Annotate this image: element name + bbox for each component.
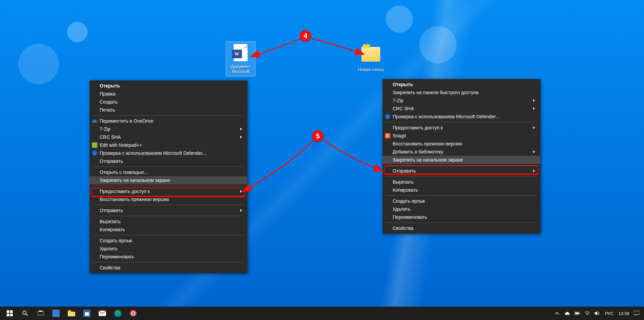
menu-copy[interactable]: Копировать (383, 186, 540, 194)
app-icon (52, 310, 60, 317)
svg-rect-7 (7, 310, 9, 313)
arrow-4-left (248, 36, 305, 62)
arrow-5-right (321, 137, 385, 174)
desktop-icon-word-doc[interactable]: W Документ Microsoft (226, 42, 255, 76)
arrow-5-left (241, 137, 318, 194)
menu-7zip[interactable]: 7-Zip (383, 97, 540, 105)
menu-notepadpp[interactable]: Edit with Notepad++ (90, 141, 247, 149)
menu-delete[interactable]: Удалить (90, 245, 247, 253)
callout-5: 5 (312, 130, 324, 142)
onedrive-icon[interactable] (564, 311, 570, 316)
svg-point-11 (23, 311, 26, 314)
menu-send[interactable]: Отправить (90, 157, 247, 165)
menu-shortcut[interactable]: Создать ярлык (383, 197, 540, 205)
menu-properties[interactable]: Свойства (90, 264, 247, 272)
onedrive-icon (92, 118, 98, 124)
word-icon: W (232, 50, 242, 58)
search-button[interactable] (17, 307, 33, 320)
desktop-icon-label: Документ Microsoft (226, 64, 255, 74)
menu-pin-start[interactable]: Закрепить на начальном экране (90, 176, 247, 184)
mail-icon (99, 311, 106, 316)
task-store[interactable] (79, 307, 95, 320)
volume-icon[interactable] (595, 311, 600, 316)
task-semrush[interactable] (48, 307, 64, 320)
task-edge[interactable] (110, 307, 126, 320)
menu-grant-access[interactable]: Предоставить доступ к (90, 187, 247, 195)
menu-rename[interactable]: Переименовать (383, 213, 540, 221)
svg-rect-16 (68, 312, 75, 316)
menu-print[interactable]: Печать (90, 106, 247, 114)
svg-rect-10 (10, 314, 13, 316)
svg-rect-9 (7, 314, 9, 316)
search-icon (22, 310, 28, 316)
svg-rect-27 (575, 313, 579, 314)
desktop-icon-folder[interactable]: Новая папка (356, 45, 385, 72)
menu-defender[interactable]: Проверка с использованием Microsoft Defe… (383, 113, 540, 121)
system-tray: РУС 13:39 (554, 311, 642, 316)
windows-icon (7, 310, 13, 316)
menu-open[interactable]: Открыть (383, 80, 540, 88)
edge-icon (114, 310, 121, 317)
menu-onedrive[interactable]: Переместить в OneDrive (90, 117, 247, 125)
menu-snagit[interactable]: SSnagit (383, 132, 540, 140)
taskview-icon (37, 311, 44, 316)
snagit-icon: S (385, 133, 391, 139)
svg-rect-19 (85, 312, 89, 316)
menu-crcsha[interactable]: CRC SHA (383, 105, 540, 113)
wifi-icon[interactable] (585, 311, 590, 316)
svg-rect-4 (92, 142, 97, 148)
menu-restore-prev[interactable]: Восстановить прежнюю версию (90, 195, 247, 203)
desktop-icon-label: Новая папка (356, 67, 385, 72)
menu-delete[interactable]: Удалить (383, 205, 540, 213)
tray-language[interactable]: РУС (605, 311, 613, 316)
menu-rename[interactable]: Переименовать (90, 253, 247, 261)
menu-send-to[interactable]: Отправить (90, 206, 247, 214)
menu-defender[interactable]: Проверка с использованием Microsoft Defe… (90, 149, 247, 157)
menu-shortcut[interactable]: Создать ярлык (90, 237, 247, 245)
tray-clock[interactable]: 13:39 (618, 311, 629, 316)
menu-7zip[interactable]: 7-Zip (90, 125, 247, 133)
menu-pin-start[interactable]: Закрепить на начальном экране (383, 156, 540, 164)
svg-rect-17 (68, 310, 71, 312)
svg-rect-14 (39, 311, 42, 312)
svg-point-24 (132, 312, 135, 315)
taskview-button[interactable] (33, 307, 48, 320)
svg-marker-29 (595, 311, 597, 315)
menu-properties[interactable]: Свойства (383, 224, 540, 232)
battery-icon[interactable] (575, 311, 580, 316)
task-explorer[interactable] (64, 307, 79, 320)
start-button[interactable] (2, 307, 17, 320)
svg-rect-8 (10, 310, 13, 313)
svg-rect-30 (634, 311, 639, 315)
callout-4: 4 (300, 30, 311, 42)
defender-icon (385, 114, 391, 120)
folder-icon (68, 310, 75, 316)
menu-cut[interactable]: Вырезать (383, 178, 540, 186)
notepadpp-icon (92, 142, 98, 148)
context-menu-file: Открыть Правка Создать Печать Переместит… (90, 80, 247, 273)
menu-open-with[interactable]: Открыть с помощью... (90, 168, 247, 176)
svg-rect-15 (52, 310, 60, 317)
menu-crcsha[interactable]: CRC SHA (90, 133, 247, 141)
task-mail[interactable] (95, 307, 110, 320)
defender-icon (92, 150, 98, 156)
menu-restore-prev[interactable]: Восстановить прежнюю версию (383, 140, 540, 148)
action-center-icon[interactable] (634, 311, 639, 316)
menu-send-to[interactable]: Отправить (383, 167, 540, 175)
chevron-up-icon[interactable] (554, 311, 560, 316)
menu-edit[interactable]: Правка (90, 90, 247, 98)
menu-create[interactable]: Создать (90, 98, 247, 106)
svg-point-28 (587, 315, 588, 315)
folder-icon (361, 47, 380, 62)
chrome-icon (130, 310, 137, 317)
menu-cut[interactable]: Вырезать (90, 217, 247, 226)
svg-text:S: S (386, 134, 389, 138)
svg-line-12 (26, 314, 28, 316)
menu-open[interactable]: Открыть (90, 82, 247, 90)
menu-pin-quick[interactable]: Закрепить на панели быстрого доступа (383, 88, 540, 97)
menu-copy[interactable]: Копировать (90, 226, 247, 234)
taskbar: РУС 13:39 (0, 307, 644, 320)
menu-add-library[interactable]: Добавить в библиотеку (383, 148, 540, 156)
task-chrome[interactable] (126, 307, 141, 320)
menu-grant-access[interactable]: Предоставить доступ к (383, 124, 540, 132)
